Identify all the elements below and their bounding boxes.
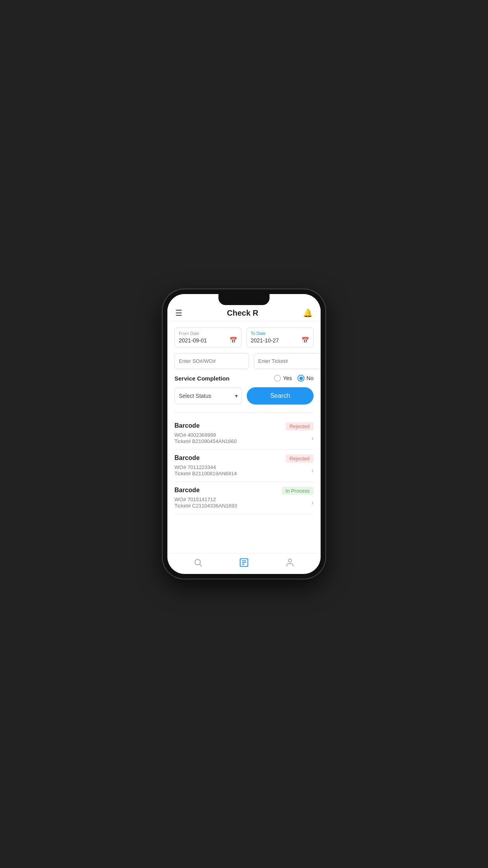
so-wo-input[interactable]: [174, 353, 249, 369]
bell-icon[interactable]: 🔔: [303, 308, 313, 318]
radio-no-dot: [299, 377, 303, 380]
radio-yes-label: Yes: [283, 375, 292, 381]
result-2-chevron-right-icon[interactable]: ›: [312, 467, 314, 474]
select-status-dropdown[interactable]: Select Status ▾: [174, 388, 242, 404]
from-date-field[interactable]: From Date 2021-09-01 📅: [174, 327, 242, 348]
svg-point-6: [288, 559, 292, 562]
menu-icon[interactable]: ☰: [175, 308, 182, 318]
result-1-status-badge: Rejected: [286, 422, 314, 430]
service-completion-row: Service Completion Yes No: [174, 375, 314, 382]
date-row: From Date 2021-09-01 📅 To Date 2021-10-2…: [174, 327, 314, 348]
to-date-calendar-icon[interactable]: 📅: [301, 337, 309, 344]
page-title: Check R: [227, 309, 258, 318]
service-completion-label: Service Completion: [174, 375, 270, 382]
result-1-wo: WO# 4002369999: [174, 432, 237, 438]
list-nav-icon: [239, 557, 249, 568]
radio-no-circle[interactable]: [297, 375, 305, 382]
result-3-title: Barcode: [174, 487, 200, 494]
result-item-1[interactable]: Barcode Rejected WO# 4002369999 Ticket# …: [174, 417, 314, 450]
from-date-label: From Date: [179, 331, 237, 336]
result-3-wo: WO# 7015141712: [174, 497, 237, 502]
result-2-status-badge: Rejected: [286, 454, 314, 463]
main-content: From Date 2021-09-01 📅 To Date 2021-10-2…: [167, 321, 321, 553]
result-1-chevron-right-icon[interactable]: ›: [312, 435, 314, 442]
nav-search[interactable]: [193, 558, 203, 567]
from-date-calendar-icon[interactable]: 📅: [229, 337, 237, 344]
user-nav-icon: [285, 558, 295, 567]
bottom-navigation: [167, 553, 321, 574]
to-date-label: To Date: [251, 331, 309, 336]
to-date-value: 2021-10-27: [251, 337, 279, 344]
result-2-title: Barcode: [174, 454, 200, 462]
from-date-value: 2021-09-01: [179, 337, 207, 344]
status-search-row: Select Status ▾ Search: [174, 387, 314, 405]
radio-no-label: No: [306, 375, 314, 381]
result-2-wo: WO# 7011223344: [174, 464, 237, 470]
filter-form: From Date 2021-09-01 📅 To Date 2021-10-2…: [174, 327, 314, 413]
search-button[interactable]: Search: [247, 387, 314, 405]
result-3-chevron-right-icon[interactable]: ›: [312, 499, 314, 506]
result-2-ticket: Ticket# B21100819AN6914: [174, 471, 237, 476]
radio-yes-circle[interactable]: [274, 375, 281, 382]
select-status-label: Select Status: [179, 393, 211, 399]
radio-no[interactable]: No: [297, 375, 314, 382]
result-1-title: Barcode: [174, 422, 200, 429]
svg-line-1: [200, 565, 202, 566]
search-nav-icon: [193, 558, 203, 567]
results-list: Barcode Rejected WO# 4002369999 Ticket# …: [174, 413, 314, 514]
nav-profile[interactable]: [285, 558, 295, 567]
so-ticket-row: [174, 353, 314, 369]
radio-yes[interactable]: Yes: [274, 375, 292, 382]
ticket-input[interactable]: [254, 353, 321, 369]
result-3-ticket: Ticket# C21104336AN1693: [174, 503, 237, 509]
service-completion-radios: Yes No: [274, 375, 314, 382]
app-header: ☰ Check R 🔔: [167, 305, 321, 321]
result-item-3[interactable]: Barcode In Process WO# 7015141712 Ticket…: [174, 482, 314, 514]
result-1-ticket: Ticket# B21090454AN1660: [174, 438, 237, 444]
to-date-field[interactable]: To Date 2021-10-27 📅: [246, 327, 314, 348]
chevron-down-icon: ▾: [235, 393, 238, 399]
result-item-2[interactable]: Barcode Rejected WO# 7011223344 Ticket# …: [174, 450, 314, 482]
svg-point-0: [195, 559, 200, 565]
nav-list[interactable]: [239, 557, 249, 568]
result-3-status-badge: In Process: [282, 487, 314, 495]
